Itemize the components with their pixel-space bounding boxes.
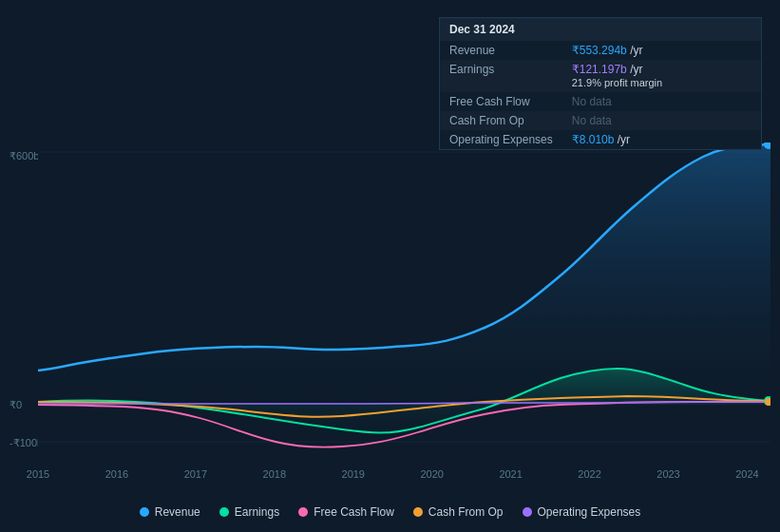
legend-dot-revenue <box>140 507 149 517</box>
legend-label-operating-expenses: Operating Expenses <box>538 505 641 519</box>
x-label: 2015 <box>27 468 49 480</box>
y-label-0: ₹0 <box>10 399 22 411</box>
x-label: 2020 <box>420 468 443 480</box>
table-row: Operating Expenses ₹8.010b /yr <box>440 130 761 149</box>
row-value: ₹121.197b /yr 21.9% profit margin <box>562 60 761 92</box>
row-label: Earnings <box>440 60 562 92</box>
legend-label-cash-from-op: Cash From Op <box>428 505 504 519</box>
row-value: No data <box>562 92 761 111</box>
x-label: 2018 <box>263 468 286 480</box>
info-panel: Dec 31 2024 Revenue ₹553.294b /yr Earnin… <box>439 17 762 150</box>
legend-dot-operating-expenses <box>523 507 532 517</box>
table-row: Revenue ₹553.294b /yr <box>440 41 761 60</box>
legend-item-cash-from-op[interactable]: Cash From Op <box>413 505 504 519</box>
legend-dot-free-cash-flow <box>298 507 308 517</box>
legend-label-revenue: Revenue <box>155 505 200 519</box>
row-label: Revenue <box>440 41 562 60</box>
legend-label-free-cash-flow: Free Cash Flow <box>314 505 394 519</box>
op-exp-value: ₹8.010b <box>572 133 615 146</box>
x-label: 2023 <box>656 468 679 480</box>
info-panel-header: Dec 31 2024 <box>440 18 761 41</box>
row-value: No data <box>562 111 761 130</box>
table-row: Cash From Op No data <box>440 111 761 130</box>
legend-item-operating-expenses[interactable]: Operating Expenses <box>523 505 641 519</box>
earnings-value: ₹121.197b <box>572 63 627 76</box>
legend: Revenue Earnings Free Cash Flow Cash Fro… <box>0 505 780 519</box>
legend-label-earnings: Earnings <box>235 505 279 519</box>
table-row: Earnings ₹121.197b /yr 21.9% profit marg… <box>440 60 761 92</box>
legend-item-earnings[interactable]: Earnings <box>219 505 279 519</box>
info-panel-table: Revenue ₹553.294b /yr Earnings ₹121.197b… <box>440 41 761 149</box>
row-label: Free Cash Flow <box>440 92 562 111</box>
x-label: 2016 <box>105 468 128 480</box>
chart-svg <box>38 142 770 466</box>
legend-item-free-cash-flow[interactable]: Free Cash Flow <box>298 505 394 519</box>
x-label: 2021 <box>499 468 522 480</box>
x-axis-labels: 2015 2016 2017 2018 2019 2020 2021 2022 … <box>38 464 770 480</box>
revenue-value: ₹553.294b <box>572 44 627 57</box>
profit-margin: 21.9% profit margin <box>572 77 662 88</box>
legend-item-revenue[interactable]: Revenue <box>140 505 200 519</box>
x-label: 2019 <box>342 468 365 480</box>
legend-dot-cash-from-op <box>413 507 423 517</box>
x-label: 2024 <box>735 468 758 480</box>
x-label: 2017 <box>184 468 207 480</box>
row-label: Operating Expenses <box>440 130 562 149</box>
row-value: ₹553.294b /yr <box>562 41 761 60</box>
y-label-600: ₹600b <box>10 150 39 162</box>
row-label: Cash From Op <box>440 111 562 130</box>
x-label: 2022 <box>578 468 600 480</box>
table-row: Free Cash Flow No data <box>440 92 761 111</box>
legend-dot-earnings <box>219 507 229 517</box>
row-value: ₹8.010b /yr <box>562 130 761 149</box>
